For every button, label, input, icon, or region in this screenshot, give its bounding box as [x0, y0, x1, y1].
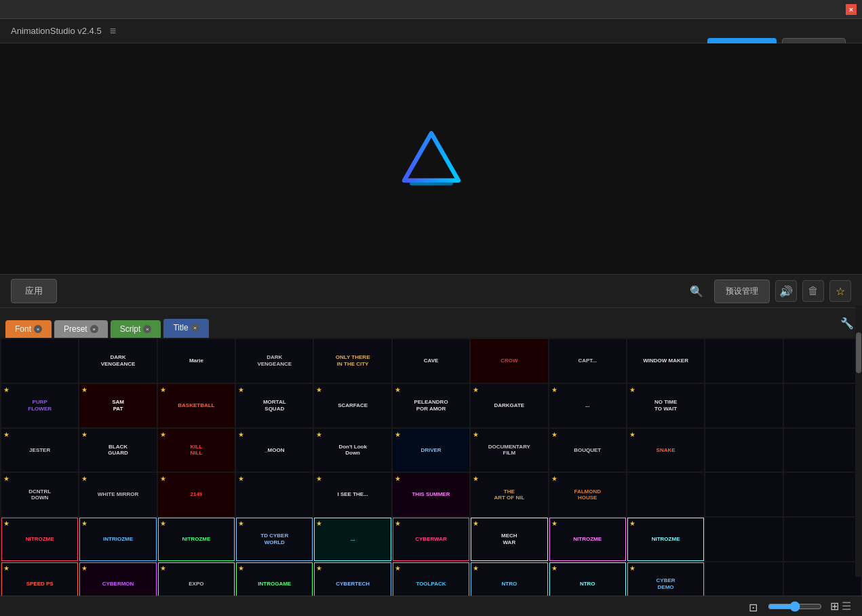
- grid-view-icon[interactable]: ⊞: [830, 600, 839, 613]
- thumbnail-item[interactable]: [705, 339, 782, 383]
- thumbnail-item[interactable]: ★NITROZME: [549, 518, 626, 561]
- thumbnail-item[interactable]: [784, 518, 861, 561]
- apply-button[interactable]: 应用: [11, 279, 57, 303]
- thumbnail-star[interactable]: ★: [473, 475, 479, 482]
- thumbnail-item[interactable]: ★BLACK GUARD: [79, 429, 156, 472]
- thumbnail-star[interactable]: ★: [160, 431, 166, 438]
- thumbnail-item[interactable]: [705, 562, 782, 596]
- thumbnail-item[interactable]: ★DRIVER: [393, 429, 469, 472]
- thumbnail-item[interactable]: ★TD CYBER WORLD: [236, 518, 313, 561]
- tab-font[interactable]: Font ×: [5, 320, 52, 338]
- thumbnail-star[interactable]: ★: [551, 386, 557, 393]
- thumbnail-item[interactable]: ★NITROZME: [158, 518, 235, 561]
- thumbnail-item[interactable]: ★DCNTRL DOWN: [1, 473, 78, 516]
- thumbnail-star[interactable]: ★: [551, 431, 557, 438]
- thumbnail-item[interactable]: ★INTROGAME: [236, 562, 313, 596]
- thumbnail-item[interactable]: ★_MOON: [236, 429, 313, 472]
- thumbnail-item[interactable]: Marie: [158, 339, 235, 383]
- thumbnail-item[interactable]: ★SAM PAT: [79, 384, 156, 427]
- thumbnail-star[interactable]: ★: [81, 386, 87, 393]
- thumbnail-star[interactable]: ★: [3, 520, 9, 527]
- scrollbar-thumb[interactable]: [856, 332, 861, 373]
- zoom-slider[interactable]: [768, 601, 822, 612]
- right-scrollbar[interactable]: [855, 305, 862, 577]
- thumbnail-item[interactable]: ★EXPO: [158, 562, 235, 596]
- thumbnail-item[interactable]: [705, 518, 782, 561]
- thumbnail-star[interactable]: ★: [238, 475, 244, 482]
- thumbnail-star[interactable]: ★: [473, 386, 479, 393]
- thumbnail-star[interactable]: ★: [238, 520, 244, 527]
- thumbnail-item[interactable]: [784, 562, 861, 596]
- thumbnail-star[interactable]: ★: [81, 475, 87, 482]
- tab-preset[interactable]: Preset ×: [54, 320, 108, 338]
- thumbnail-item[interactable]: [784, 339, 861, 383]
- tab-title-close[interactable]: ×: [191, 324, 199, 332]
- thumbnail-star[interactable]: ★: [160, 564, 166, 572]
- thumbnail-star[interactable]: ★: [81, 564, 87, 572]
- thumbnail-item[interactable]: ★TOOLPACK: [393, 562, 469, 596]
- thumbnail-star[interactable]: ★: [3, 386, 9, 393]
- thumbnail-item[interactable]: ★SPEED PS: [1, 562, 78, 596]
- thumbnail-star[interactable]: ★: [473, 520, 479, 527]
- thumbnail-star[interactable]: ★: [629, 564, 635, 572]
- thumbnail-star[interactable]: ★: [551, 520, 557, 527]
- settings-icon[interactable]: 🔧: [840, 317, 854, 330]
- thumbnail-item[interactable]: ★BASKETBALL: [158, 384, 235, 427]
- tab-title[interactable]: Title ×: [163, 319, 208, 338]
- thumbnail-star[interactable]: ★: [629, 431, 635, 438]
- thumbnail-item[interactable]: ★: [236, 473, 313, 516]
- thumbnail-item[interactable]: ★CYBERTECH: [314, 562, 391, 596]
- thumbnail-item[interactable]: ★KILL NILL: [158, 429, 235, 472]
- thumbnail-star[interactable]: ★: [316, 431, 322, 438]
- thumbnail-item[interactable]: ONLY THERE IN THE CITY: [314, 339, 391, 383]
- audio-toggle-button[interactable]: 🔊: [775, 280, 797, 302]
- tab-preset-close[interactable]: ×: [90, 325, 98, 333]
- thumbnail-item[interactable]: ★...: [314, 518, 391, 561]
- thumbnail-item[interactable]: [627, 473, 704, 516]
- thumbnail-item[interactable]: [784, 473, 861, 516]
- thumbnail-item[interactable]: ★NTRO: [471, 562, 547, 596]
- tab-script[interactable]: Script ×: [111, 320, 161, 338]
- thumbnail-star[interactable]: ★: [629, 386, 635, 393]
- thumbnail-item[interactable]: ★MORTAL SQUAD: [236, 384, 313, 427]
- thumbnail-star[interactable]: ★: [160, 520, 166, 527]
- thumbnail-item[interactable]: ★THIS SUMMER: [393, 473, 469, 516]
- thumbnail-item[interactable]: ★WHITE MIRROR: [79, 473, 156, 516]
- thumbnail-star[interactable]: ★: [3, 475, 9, 482]
- thumbnail-item[interactable]: [705, 429, 782, 472]
- search-bar[interactable]: 🔍: [386, 280, 709, 302]
- thumbnail-item[interactable]: WINDOW MAKER: [627, 339, 704, 383]
- thumbnail-item[interactable]: CAVE: [393, 339, 469, 383]
- thumbnail-item[interactable]: ★DARKGATE: [471, 384, 547, 427]
- thumbnail-item[interactable]: ★SNAKE: [627, 429, 704, 472]
- thumbnail-item[interactable]: ★Don't Look Down: [314, 429, 391, 472]
- thumbnail-star[interactable]: ★: [395, 431, 401, 438]
- thumbnail-star[interactable]: ★: [395, 520, 401, 527]
- tab-font-close[interactable]: ×: [34, 325, 42, 333]
- thumbnail-item[interactable]: ★PELEANDRO POR AMOR: [393, 384, 469, 427]
- thumbnail-item[interactable]: [784, 429, 861, 472]
- thumbnail-star[interactable]: ★: [473, 431, 479, 438]
- thumbnail-item[interactable]: ★FALMOND HOUSE: [549, 473, 626, 516]
- grid-area[interactable]: DARK VENGEANCEMarieDARK VENGEANCEONLY TH…: [0, 338, 862, 596]
- thumbnail-item[interactable]: CAPT...: [549, 339, 626, 383]
- thumbnail-star[interactable]: ★: [238, 564, 244, 572]
- thumbnail-item[interactable]: ★2149: [158, 473, 235, 516]
- thumbnail-star[interactable]: ★: [81, 520, 87, 527]
- thumbnail-item[interactable]: ★THE ART OF NIL: [471, 473, 547, 516]
- thumbnail-item[interactable]: ★CYBERWAR: [393, 518, 469, 561]
- thumbnail-star[interactable]: ★: [238, 386, 244, 393]
- thumbnail-star[interactable]: ★: [160, 475, 166, 482]
- thumbnail-item[interactable]: ★NTRO: [549, 562, 626, 596]
- thumbnail-item[interactable]: ★NITROZME: [627, 518, 704, 561]
- thumbnail-item[interactable]: ★BOUQUET: [549, 429, 626, 472]
- thumbnail-star[interactable]: ★: [81, 431, 87, 438]
- thumbnail-star[interactable]: ★: [3, 564, 9, 572]
- list-view-icon[interactable]: ☰: [842, 600, 851, 613]
- thumbnail-star[interactable]: ★: [551, 564, 557, 572]
- thumbnail-item[interactable]: [1, 339, 78, 383]
- tab-script-close[interactable]: ×: [143, 325, 151, 333]
- thumbnail-item[interactable]: ★PURP FLOWER: [1, 384, 78, 427]
- thumbnail-item[interactable]: ★JESTER: [1, 429, 78, 472]
- thumbnail-item[interactable]: DARK VENGEANCE: [236, 339, 313, 383]
